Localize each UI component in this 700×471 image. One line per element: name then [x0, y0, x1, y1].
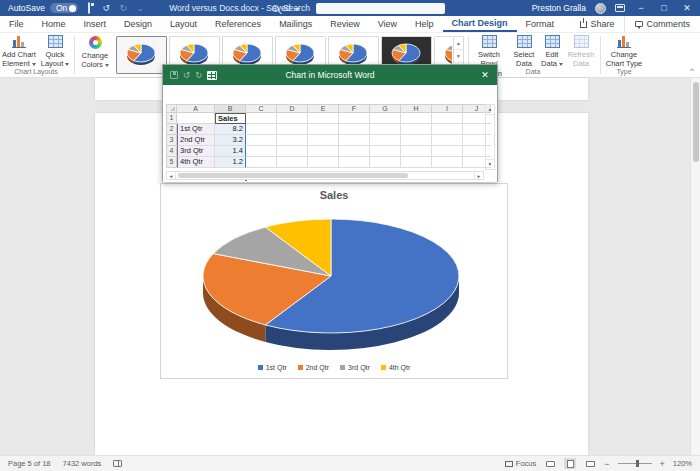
zoom-level[interactable]: 120%: [673, 459, 692, 468]
embedded-chart-object[interactable]: Sales 1st Qtr 2nd Qtr 3rd Qtr 4th Qtr: [160, 183, 508, 379]
column-header[interactable]: F: [339, 104, 370, 113]
undo-button[interactable]: ↺: [100, 3, 112, 13]
tab-view[interactable]: View: [369, 16, 406, 32]
cell[interactable]: [401, 124, 432, 135]
tab-mailings[interactable]: Mailings: [270, 16, 321, 32]
word-count[interactable]: 7432 words: [63, 459, 102, 468]
cell[interactable]: [277, 146, 308, 157]
tab-layout[interactable]: Layout: [161, 16, 206, 32]
cell-A3[interactable]: 2nd Qtr: [177, 135, 215, 146]
search-box[interactable]: Search: [272, 2, 445, 14]
scrollbar-thumb[interactable]: [693, 82, 699, 162]
row-header[interactable]: 1: [166, 113, 177, 124]
column-header[interactable]: B: [215, 104, 246, 113]
spreadsheet[interactable]: A B C D E F G H I J 1 Sales: [166, 104, 484, 168]
tab-home[interactable]: Home: [33, 16, 75, 32]
cell[interactable]: [246, 113, 277, 124]
maximize-button[interactable]: □: [657, 3, 671, 13]
minimize-button[interactable]: −: [634, 3, 648, 13]
share-button[interactable]: Share: [570, 16, 624, 32]
cell-A1[interactable]: [177, 113, 215, 124]
cell[interactable]: [432, 135, 463, 146]
cell-A4[interactable]: 3rd Qtr: [177, 146, 215, 157]
quick-layout-button[interactable]: Quick Layout: [38, 35, 72, 69]
cell[interactable]: [277, 157, 308, 168]
add-chart-element-button[interactable]: Add Chart Element: [2, 35, 36, 69]
cell-A2[interactable]: 1st Qtr: [177, 124, 215, 135]
cell[interactable]: [308, 113, 339, 124]
cell[interactable]: [401, 157, 432, 168]
redo-button[interactable]: ↻: [117, 3, 129, 13]
page-indicator[interactable]: Page 5 of 18: [8, 459, 51, 468]
cell[interactable]: [246, 124, 277, 135]
cell[interactable]: [370, 124, 401, 135]
cell[interactable]: [246, 157, 277, 168]
cell[interactable]: [308, 135, 339, 146]
cell[interactable]: [370, 146, 401, 157]
search-input[interactable]: [316, 3, 445, 14]
column-header[interactable]: G: [370, 104, 401, 113]
web-layout-button[interactable]: [584, 458, 596, 469]
cell[interactable]: [308, 157, 339, 168]
row-header[interactable]: 4: [166, 146, 177, 157]
cell[interactable]: [401, 135, 432, 146]
cell[interactable]: [246, 146, 277, 157]
gallery-scroll-down-button[interactable]: ▾: [454, 50, 463, 63]
tab-insert[interactable]: Insert: [75, 16, 116, 32]
pie-chart[interactable]: [161, 184, 507, 378]
select-all-corner[interactable]: [166, 104, 177, 113]
column-header[interactable]: E: [308, 104, 339, 113]
cell[interactable]: [277, 113, 308, 124]
tab-chart-design[interactable]: Chart Design: [443, 16, 517, 32]
chart-style-thumbnail[interactable]: [116, 36, 167, 74]
cell[interactable]: [277, 124, 308, 135]
zoom-slider-thumb[interactable]: [636, 460, 639, 467]
row-header[interactable]: 5: [166, 157, 177, 168]
cell[interactable]: [370, 157, 401, 168]
read-mode-button[interactable]: [544, 458, 556, 469]
column-header[interactable]: H: [401, 104, 432, 113]
cell[interactable]: [339, 146, 370, 157]
change-colors-button[interactable]: Change Colors: [78, 36, 112, 70]
cell[interactable]: [339, 135, 370, 146]
cell-B2[interactable]: 8.2: [215, 124, 246, 135]
tab-help[interactable]: Help: [406, 16, 443, 32]
select-data-button[interactable]: Select Data: [510, 35, 538, 69]
cell-B4[interactable]: 1.4: [215, 146, 246, 157]
cell[interactable]: [339, 157, 370, 168]
cell[interactable]: [246, 135, 277, 146]
change-chart-type-button[interactable]: Change Chart Type: [604, 35, 644, 69]
scroll-down-icon[interactable]: ▾: [486, 159, 494, 169]
close-button[interactable]: ✕: [680, 3, 694, 13]
focus-mode-button[interactable]: Focus: [505, 459, 536, 468]
scroll-left-icon[interactable]: ◂: [167, 172, 176, 179]
excel-data-window[interactable]: ↺ ↻ Chart in Microsoft Word ✕ A B C D E …: [162, 64, 498, 182]
cell[interactable]: [277, 135, 308, 146]
user-name[interactable]: Preston Gralla: [532, 3, 586, 13]
tab-review[interactable]: Review: [321, 16, 369, 32]
cell[interactable]: [308, 124, 339, 135]
row-header[interactable]: 2: [166, 124, 177, 135]
avatar[interactable]: [595, 3, 606, 14]
column-header[interactable]: C: [246, 104, 277, 113]
cell[interactable]: [339, 124, 370, 135]
more-commands-button[interactable]: ⌄: [134, 3, 146, 13]
cell[interactable]: [432, 124, 463, 135]
cell[interactable]: [401, 146, 432, 157]
cell[interactable]: [370, 135, 401, 146]
cell-A5[interactable]: 4th Qtr: [177, 157, 215, 168]
excel-close-button[interactable]: ✕: [473, 65, 497, 85]
tab-design[interactable]: Design: [115, 16, 161, 32]
cell[interactable]: [308, 146, 339, 157]
proofing-icon[interactable]: [113, 460, 122, 467]
column-header[interactable]: I: [432, 104, 463, 113]
column-header[interactable]: A: [177, 104, 215, 113]
zoom-out-button[interactable]: −: [604, 459, 609, 469]
cell[interactable]: [370, 113, 401, 124]
ribbon-display-options-icon[interactable]: [615, 4, 625, 12]
scrollbar-thumb[interactable]: [178, 173, 408, 178]
excel-title-bar[interactable]: ↺ ↻ Chart in Microsoft Word ✕: [163, 65, 497, 85]
edit-data-button[interactable]: Edit Data: [538, 35, 566, 69]
collapse-ribbon-button[interactable]: ^: [690, 66, 694, 75]
comments-button[interactable]: Comments: [624, 16, 700, 32]
